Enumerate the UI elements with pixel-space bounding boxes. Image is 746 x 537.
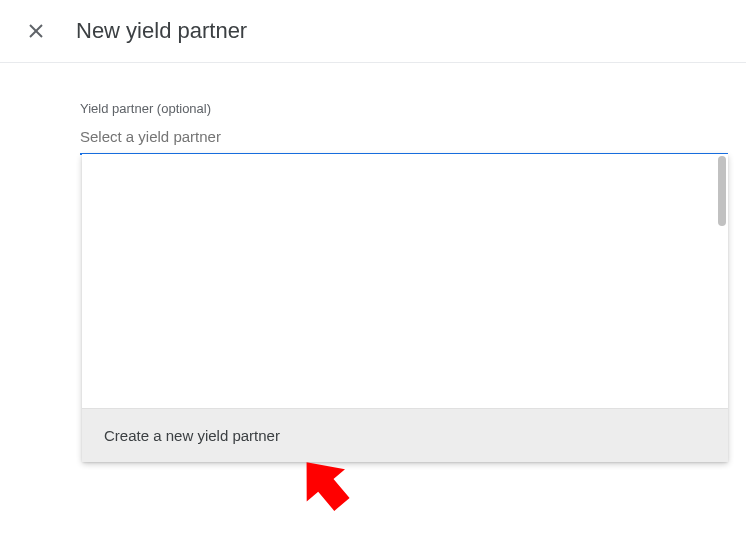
yield-partner-dropdown: Create a new yield partner <box>82 154 728 462</box>
yield-partner-label: Yield partner (optional) <box>80 101 746 116</box>
svg-marker-2 <box>288 460 361 520</box>
arrow-annotation-icon <box>288 460 368 524</box>
dialog-header: New yield partner <box>0 0 746 63</box>
close-icon[interactable] <box>24 19 48 43</box>
yield-partner-field: Create a new yield partner <box>80 126 728 155</box>
scrollbar-thumb[interactable] <box>718 156 726 226</box>
form-content: Yield partner (optional) Create a new yi… <box>0 63 746 155</box>
create-yield-partner-button[interactable]: Create a new yield partner <box>82 408 728 462</box>
dropdown-options-list[interactable] <box>82 154 728 408</box>
page-title: New yield partner <box>76 18 247 44</box>
yield-partner-input[interactable] <box>80 126 728 155</box>
